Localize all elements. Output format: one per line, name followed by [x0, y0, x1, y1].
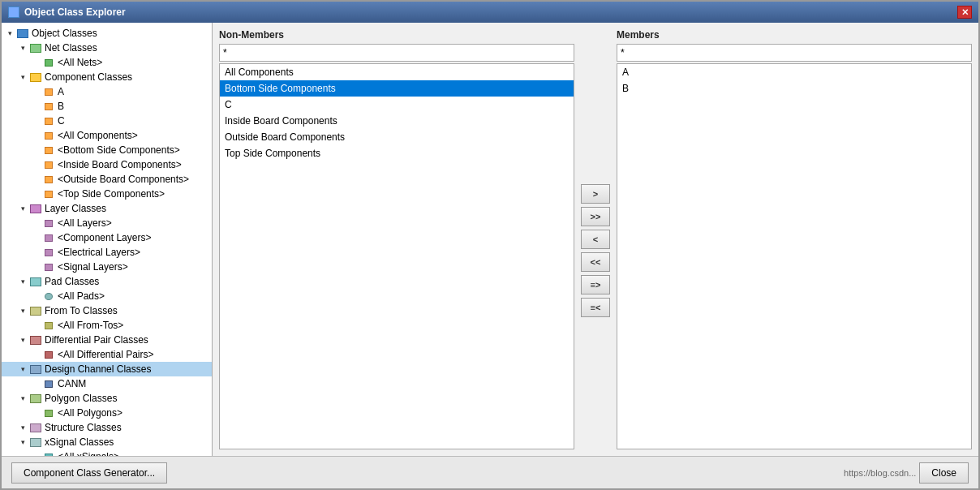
expand-icon: ▾: [16, 275, 29, 288]
tree-item-label: <Top Side Components>: [58, 188, 165, 200]
node-icon-leaf-layer: [42, 261, 55, 273]
right-panel: Non-Members All ComponentsBottom Side Co…: [213, 23, 978, 456]
transfer-btn-move-all-left[interactable]: <<: [581, 252, 610, 272]
node-icon-folder: [29, 71, 42, 83]
tree-item-label: Design Channel Classes: [45, 363, 151, 375]
tree-item-design-channel-classes[interactable]: ▾Design Channel Classes: [2, 362, 212, 376]
expand-icon: [29, 187, 42, 200]
members-list: AB: [617, 63, 972, 449]
tree-item-label: <Bottom Side Components>: [58, 144, 180, 156]
tree-item-label: Net Classes: [45, 42, 97, 54]
transfer-btn-move-left[interactable]: <: [581, 230, 610, 249]
tree-item-label: Object Classes: [32, 28, 97, 39]
tree-item-all-fromtos[interactable]: <All From-Tos>: [2, 318, 212, 333]
expand-icon: [29, 173, 42, 186]
tree-item-inside-board[interactable]: <Inside Board Components>: [2, 157, 212, 172]
tree-item-label: <All Layers>: [58, 217, 112, 229]
members-search[interactable]: [617, 44, 972, 62]
node-icon-fromto: [29, 305, 42, 316]
tree-item-signal-layers[interactable]: <Signal Layers>: [2, 260, 212, 274]
tree-item-comp-classes[interactable]: ▾Component Classes: [2, 70, 212, 84]
tree-item-bottom-side[interactable]: <Bottom Side Components>: [2, 143, 212, 157]
node-icon-diff: [29, 334, 42, 346]
tree-item-xsignal-classes[interactable]: ▾xSignal Classes: [2, 435, 212, 449]
close-button[interactable]: ✕: [957, 6, 972, 19]
tree-item-polygon-classes[interactable]: ▾Polygon Classes: [2, 391, 212, 406]
tree-item-root[interactable]: ▾Object Classes: [2, 26, 212, 41]
non-member-item[interactable]: C: [220, 97, 574, 113]
tree-item-label: Differential Pair Classes: [45, 334, 148, 346]
node-icon-leaf-comp: [42, 159, 55, 170]
tree-item-comp-b[interactable]: B: [2, 99, 212, 114]
transfer-btn-move-selected-left[interactable]: ≡<: [581, 298, 610, 317]
tree-item-all-pads[interactable]: <All Pads>: [2, 289, 212, 303]
bottom-right: https://blog.csdn... Close: [844, 462, 969, 484]
tree-item-elec-layers[interactable]: <Electrical Layers>: [2, 245, 212, 260]
title-bar: Object Class Explorer ✕: [2, 2, 978, 23]
tree-item-outside-board[interactable]: <Outside Board Components>: [2, 172, 212, 187]
expand-icon: [29, 406, 42, 419]
expand-icon: ▾: [16, 436, 29, 449]
expand-icon: ▾: [3, 27, 16, 40]
non-member-item[interactable]: Outside Board Components: [220, 129, 574, 145]
main-content: ▾Object Classes▾Net Classes<All Nets>▾Co…: [2, 23, 978, 456]
expand-icon: ▾: [16, 392, 29, 405]
expand-icon: ▾: [16, 202, 29, 215]
tree-item-diff-classes[interactable]: ▾Differential Pair Classes: [2, 333, 212, 347]
tree-item-all-diff[interactable]: <All Differential Pairs>: [2, 347, 212, 362]
node-icon-leaf-layer: [42, 217, 55, 229]
window-title: Object Class Explorer: [24, 6, 126, 18]
expand-icon: [29, 260, 42, 273]
tree-item-fromto-classes[interactable]: ▾From To Classes: [2, 303, 212, 318]
tree-item-label: B: [58, 101, 64, 112]
tree-item-structure-classes[interactable]: ▾Structure Classes: [2, 420, 212, 435]
tree-item-label: xSignal Classes: [45, 436, 114, 448]
tree-item-label: <All Pads>: [58, 290, 105, 302]
tree-item-all-layers[interactable]: <All Layers>: [2, 216, 212, 230]
non-member-item[interactable]: All Components: [220, 64, 574, 80]
tree-item-label: Pad Classes: [45, 276, 99, 287]
transfer-btn-move-right[interactable]: >: [581, 184, 610, 204]
expand-icon: [29, 348, 42, 361]
tree-item-layer-classes[interactable]: ▾Layer Classes: [2, 201, 212, 216]
tree-item-comp-layers[interactable]: <Component Layers>: [2, 230, 212, 245]
tree-item-label: <Electrical Layers>: [58, 247, 140, 258]
window-icon: [8, 6, 19, 18]
expand-icon: [29, 129, 42, 142]
non-member-item[interactable]: Bottom Side Components: [220, 80, 574, 97]
transfer-btn-move-all-right[interactable]: >>: [581, 207, 610, 226]
node-icon-leaf-layer: [42, 232, 55, 243]
node-icon-leaf-comp: [42, 174, 55, 185]
non-members-search[interactable]: [219, 44, 574, 62]
tree-item-all-nets[interactable]: <All Nets>: [2, 55, 212, 70]
title-bar-left: Object Class Explorer: [8, 6, 126, 18]
node-icon-leaf-comp: [42, 86, 55, 97]
expand-icon: [29, 246, 42, 259]
non-members-section: Non-Members All ComponentsBottom Side Co…: [219, 29, 574, 449]
tree-panel: ▾Object Classes▾Net Classes<All Nets>▾Co…: [2, 23, 213, 456]
transfer-buttons: >>><<<≡>≡<: [574, 52, 617, 449]
non-members-list: All ComponentsBottom Side ComponentsCIns…: [219, 63, 574, 449]
member-item[interactable]: B: [617, 80, 971, 97]
tree-item-comp-c[interactable]: C: [2, 114, 212, 128]
node-icon-root: [16, 28, 29, 39]
tree-item-label: <All Nets>: [58, 57, 102, 68]
tree-item-top-side[interactable]: <Top Side Components>: [2, 187, 212, 201]
tree-item-label: CANM: [58, 378, 86, 389]
node-icon-xsignal: [29, 436, 42, 448]
expand-icon: ▾: [16, 363, 29, 376]
non-member-item[interactable]: Top Side Components: [220, 145, 574, 161]
tree-item-all-components[interactable]: <All Components>: [2, 128, 212, 143]
tree-item-pad-classes[interactable]: ▾Pad Classes: [2, 274, 212, 289]
non-member-item[interactable]: Inside Board Components: [220, 113, 574, 129]
tree-item-net-classes[interactable]: ▾Net Classes: [2, 41, 212, 55]
component-class-generator-button[interactable]: Component Class Generator...: [11, 462, 167, 484]
member-item[interactable]: A: [617, 64, 971, 80]
tree-item-all-polygons[interactable]: <All Polygons>: [2, 406, 212, 420]
node-icon-polygon: [29, 393, 42, 404]
tree-item-all-xsignals[interactable]: <All xSignals>: [2, 449, 212, 456]
tree-item-canm[interactable]: CANM: [2, 376, 212, 391]
transfer-btn-move-selected-right[interactable]: ≡>: [581, 275, 610, 294]
close-dialog-button[interactable]: Close: [919, 462, 969, 484]
tree-item-comp-a[interactable]: A: [2, 84, 212, 99]
